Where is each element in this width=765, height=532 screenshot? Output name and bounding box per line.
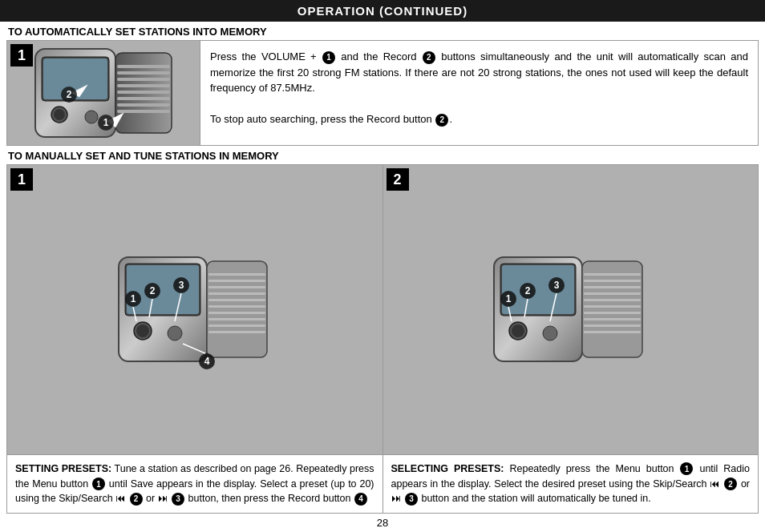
manual-panel-2-image: 2: [383, 165, 759, 454]
selecting-presets-label: SELECTING PRESETS:: [391, 463, 504, 474]
manual-step-2-badge: 2: [387, 168, 409, 191]
circle-p2-3: 3: [405, 493, 418, 506]
manual-panel-2-text: SELECTING PRESETS: Repeatedly press the …: [383, 454, 759, 513]
header-title: OPERATION (CONTINUED): [298, 4, 468, 18]
svg-rect-26: [208, 280, 265, 282]
svg-rect-62: [584, 324, 641, 327]
setting-presets-label: SETTING PRESETS:: [15, 463, 111, 474]
svg-text:2: 2: [525, 285, 531, 296]
svg-point-66: [543, 326, 557, 341]
manual-panel-1-text: SETTING PRESETS: Tune a station as descr…: [7, 454, 382, 513]
svg-rect-55: [584, 280, 641, 282]
manual-panel-1: 1: [7, 165, 383, 513]
svg-text:1: 1: [103, 117, 109, 128]
svg-rect-61: [584, 318, 641, 320]
circle-2b: 2: [435, 114, 448, 127]
circle-p1-3: 3: [172, 493, 184, 506]
svg-rect-9: [117, 97, 170, 100]
svg-rect-32: [208, 318, 265, 320]
auto-step-image: 1: [7, 41, 200, 145]
svg-rect-8: [117, 91, 170, 94]
svg-text:2: 2: [67, 89, 72, 100]
svg-rect-10: [117, 103, 170, 107]
svg-rect-60: [584, 312, 641, 314]
svg-rect-54: [584, 273, 641, 276]
manual-step-1-badge: 1: [10, 168, 33, 191]
svg-rect-23: [127, 265, 199, 314]
svg-point-14: [85, 111, 98, 123]
svg-text:3: 3: [554, 280, 560, 291]
or-label-2: or: [741, 478, 750, 490]
or-label-1: or: [146, 493, 155, 504]
svg-rect-29: [208, 299, 265, 301]
svg-rect-28: [208, 292, 265, 295]
svg-rect-27: [208, 286, 265, 288]
svg-point-13: [54, 109, 65, 120]
manual-section-title: TO MANUALLY SET AND TUNE STATIONS IN MEM…: [0, 146, 765, 164]
svg-text:2: 2: [149, 285, 155, 296]
circle-p2-1: 1: [680, 462, 693, 475]
svg-text:3: 3: [178, 280, 184, 291]
circle-p2-2: 2: [724, 478, 737, 490]
circle-p1-1: 1: [92, 478, 105, 490]
svg-point-65: [512, 324, 524, 337]
svg-text:1: 1: [506, 293, 512, 304]
auto-step-badge: 1: [10, 44, 33, 66]
svg-text:1: 1: [130, 293, 136, 304]
svg-rect-34: [208, 331, 265, 333]
page-number: 28: [0, 514, 765, 532]
svg-rect-11: [117, 110, 170, 113]
manual-panel-1-image: 1: [7, 165, 382, 454]
auto-device-svg: 2 1: [11, 41, 196, 145]
auto-section-title: TO AUTOMATICALLY SET STATIONS INTO MEMOR…: [0, 22, 765, 40]
svg-text:4: 4: [204, 356, 209, 367]
circle-p1-4: 4: [354, 493, 367, 506]
manual-content-row: 1: [6, 164, 759, 514]
manual-section: TO MANUALLY SET AND TUNE STATIONS IN MEM…: [0, 146, 765, 514]
circle-p1-2: 2: [130, 493, 143, 506]
svg-rect-7: [117, 84, 170, 87]
svg-rect-57: [584, 292, 641, 295]
svg-rect-5: [117, 71, 170, 75]
page-header: OPERATION (CONTINUED): [0, 0, 765, 22]
auto-step-text: Press the VOLUME + 1 and the Record 2 bu…: [200, 41, 758, 145]
svg-point-36: [136, 324, 149, 337]
manual-device-2-svg: 1 2 3: [478, 241, 662, 377]
svg-rect-30: [208, 305, 265, 308]
manual-device-1-svg: 1 2 3 4: [103, 241, 287, 377]
svg-rect-52: [502, 265, 574, 314]
svg-rect-6: [117, 78, 170, 81]
svg-rect-33: [208, 324, 265, 327]
svg-rect-4: [117, 65, 170, 68]
svg-point-37: [168, 326, 182, 341]
auto-section: TO AUTOMATICALLY SET STATIONS INTO MEMOR…: [0, 22, 765, 146]
auto-content-row: 1: [6, 40, 759, 146]
manual-panel-2: 2: [383, 165, 759, 513]
svg-rect-56: [584, 286, 641, 288]
circle-1: 1: [322, 51, 335, 64]
svg-rect-58: [584, 299, 641, 301]
page: OPERATION (CONTINUED) TO AUTOMATICALLY S…: [0, 0, 765, 532]
circle-2a: 2: [423, 51, 435, 64]
svg-rect-63: [584, 331, 641, 333]
svg-rect-59: [584, 305, 641, 308]
svg-rect-25: [208, 273, 265, 276]
svg-rect-31: [208, 312, 265, 314]
